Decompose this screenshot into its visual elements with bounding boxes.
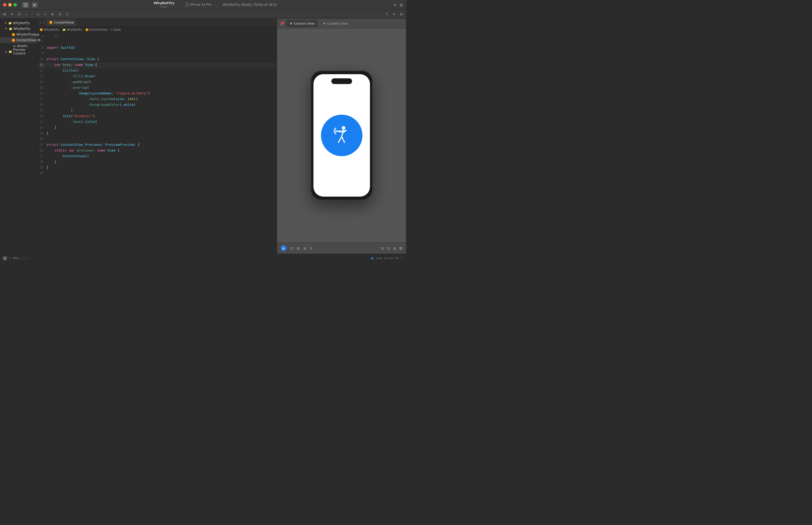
code-line: 14 .padding() xyxy=(37,80,277,86)
filter-label: Filter xyxy=(13,256,20,260)
add-editor-button[interactable]: + xyxy=(393,2,397,7)
tab-contentview[interactable]: 🟠 ContentView xyxy=(46,19,76,26)
grid-icon[interactable]: ⊡ xyxy=(17,12,22,17)
run-button[interactable] xyxy=(32,2,37,8)
project-sub: main xyxy=(161,5,167,9)
breadcrumb-item-3[interactable]: ContentView xyxy=(89,28,108,31)
code-line: 10 struct ContentView: View { xyxy=(37,57,277,63)
code-editor[interactable]: 6 // 7 8 import SwiftUI 9 10 str xyxy=(37,33,277,254)
titlebar: WhyNotTry main | iPhone 14 Pro | WhyNotT… xyxy=(0,0,406,10)
zoom-out-icon[interactable]: ⊖ xyxy=(381,246,384,250)
archery-figure-icon xyxy=(330,124,353,147)
swift-icon: 🟠 xyxy=(12,33,15,36)
line-number: 27 xyxy=(37,154,46,158)
code-line: 12 Circle() xyxy=(37,69,277,74)
back-nav-icon[interactable]: ‹ xyxy=(39,21,42,25)
zoom-in-icon[interactable]: ⊕ xyxy=(393,246,396,250)
close-icon[interactable]: ✕ xyxy=(9,12,15,17)
project-info: WhyNotTry main xyxy=(153,1,174,9)
code-text: .overlay( xyxy=(46,86,277,89)
sidebar-item-preview-content[interactable]: ▶ 📁 Preview Content xyxy=(0,49,37,55)
zoom-fit-icon[interactable]: ⊙ xyxy=(387,246,390,250)
line-number: 15 xyxy=(37,86,46,89)
code-line: 22 } xyxy=(37,125,277,131)
monitor-icon-2: 🖥 xyxy=(323,22,326,25)
line-number: 28 xyxy=(37,160,46,164)
preview-bottom-toolbar: ⊡ ⊞ ⊕ ℹ ⊖ ⊙ ⊕ ⊠ xyxy=(277,242,406,254)
editor-options-icon[interactable]: ⊡ xyxy=(401,256,403,260)
pin-icon[interactable]: 📌 xyxy=(280,21,284,26)
preview-area: 📌 🖥 Content View 🖥 Content View xyxy=(277,19,406,254)
cursor-position: Line: 11 Col: 26 xyxy=(376,256,398,260)
breadcrumb-item-1[interactable]: WhyNotTry xyxy=(44,28,59,31)
phone-screen xyxy=(313,74,370,197)
code-line: 9 xyxy=(37,51,277,57)
add-file-button[interactable]: + xyxy=(3,256,7,261)
breadcrumb-item-4[interactable]: body xyxy=(114,28,121,31)
code-text: ContentView() xyxy=(46,154,277,158)
chevron-down-icon-2: ▼ xyxy=(5,28,8,30)
warning-icon[interactable]: ⚠ xyxy=(35,12,41,17)
square-icon[interactable]: □ xyxy=(64,12,70,17)
line-number: 22 xyxy=(37,126,46,130)
close-button[interactable] xyxy=(3,3,6,6)
line-number: 6 xyxy=(37,34,46,38)
code-text: .font(.title) xyxy=(46,120,277,124)
project-name: WhyNotTry xyxy=(153,1,174,5)
line-number: 14 xyxy=(37,80,46,84)
code-text: static var previews: some View { xyxy=(46,148,277,152)
sidebar-label-contentview: ContentView xyxy=(16,39,36,42)
breadcrumb-sep-1: › xyxy=(60,28,61,31)
swift-tab-icon: 🟠 xyxy=(49,21,52,24)
search-toolbar-icon[interactable]: ⌕ xyxy=(24,12,29,17)
box-icon[interactable]: ⊡ xyxy=(57,12,62,17)
minimize-button[interactable] xyxy=(8,3,12,6)
layout-button[interactable]: ⊞ xyxy=(400,3,403,7)
sidebar-item-app[interactable]: ▶ 🟠 WhyNotTryApp xyxy=(0,32,37,38)
clock-icon: ⊙ xyxy=(21,256,24,260)
settings-preview-icon[interactable]: ⊕ xyxy=(303,246,306,250)
sidebar-toggle-button[interactable] xyxy=(22,2,29,8)
svg-rect-4 xyxy=(187,3,187,3)
preview-left-icon[interactable]: ↰ xyxy=(384,12,389,17)
forward-nav-icon[interactable]: › xyxy=(43,21,46,25)
assets-icon: 🗂 xyxy=(13,44,16,48)
code-text: .foregroundColor(.white) xyxy=(46,103,277,107)
line-number-active: 11 xyxy=(37,63,46,67)
code-text: struct ContentView_Previews: PreviewProv… xyxy=(46,142,277,147)
code-line: 8 import SwiftUI xyxy=(37,46,277,51)
sidebar-item-contentview[interactable]: ▶ 🟠 ContentView M xyxy=(0,38,37,43)
preview-tab-inactive[interactable]: 🖥 Content View xyxy=(320,20,351,27)
chevron-right-icon: ▶ xyxy=(5,50,7,53)
plus-toolbar-icon[interactable]: ⊕ xyxy=(50,12,55,17)
preview-controls-left: ⊡ ⊞ ⊕ ℹ xyxy=(281,245,312,251)
diamond-icon[interactable]: ◇ xyxy=(43,12,48,17)
status-indicator xyxy=(371,257,373,259)
editor-preview-container: ‹ › 🟠 ContentView 🟠 WhyNotTry › 📁 WhyNot… xyxy=(37,19,406,254)
navigator-toggle[interactable]: ⊞ xyxy=(2,12,7,17)
preview-tab-active[interactable]: 🖥 Content View xyxy=(286,20,318,27)
code-text: .font(.system(size: 144)) xyxy=(46,97,277,101)
sidebar-item-whynottry[interactable]: ▼ 📁 WhyNotTry xyxy=(0,26,37,32)
info-icon[interactable]: ℹ xyxy=(310,246,311,250)
list-icon[interactable]: ≡ xyxy=(392,12,397,17)
maximize-button[interactable] xyxy=(14,3,17,6)
grid-preview-icon[interactable]: ⊞ xyxy=(297,246,300,250)
zoom-reset-icon[interactable]: ⊠ xyxy=(399,246,402,250)
line-number: 21 xyxy=(37,120,46,124)
breadcrumb-project-icon: 🟠 xyxy=(40,28,43,31)
device-frame-icon[interactable]: ⊡ xyxy=(290,246,293,250)
code-text: .fill(.blue) xyxy=(46,74,277,78)
breadcrumb-item-2[interactable]: WhyNotTry xyxy=(67,28,82,31)
sidebar-item-whynottry-root[interactable]: ▼ 📁 WhyNotTry xyxy=(0,20,37,26)
phone-mockup xyxy=(311,71,373,200)
line-number: 12 xyxy=(37,69,46,72)
toolbar-separator xyxy=(32,12,32,16)
code-line: 20 Text("Archery!") xyxy=(37,114,277,120)
line-number: 18 xyxy=(37,103,46,107)
inspector-icon[interactable]: ⊟ xyxy=(399,12,404,17)
code-line: 28 } xyxy=(37,160,277,165)
preview-play-button[interactable] xyxy=(281,245,287,251)
code-text: var body: some View { xyxy=(46,63,277,67)
sidebar-label-app: WhyNotTryApp xyxy=(16,33,40,36)
